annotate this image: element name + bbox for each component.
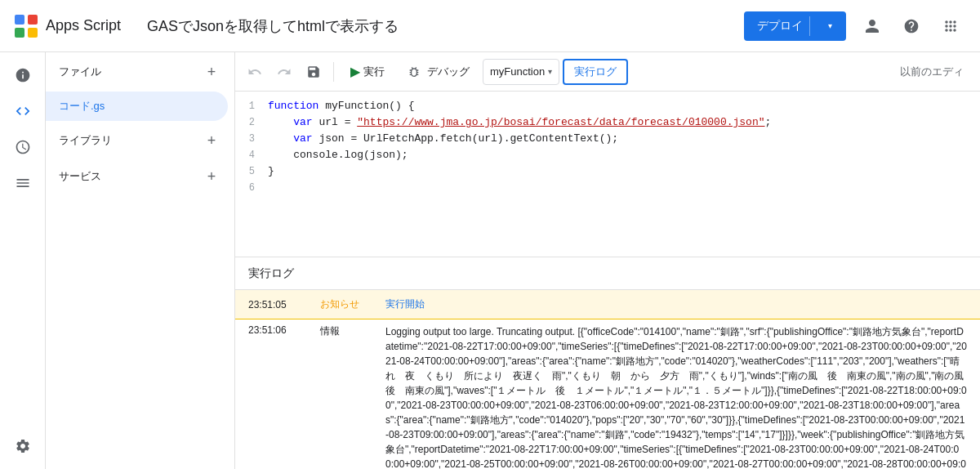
line-content-2: var url = "https://www.jma.go.jp/bosai/f… [268, 114, 980, 131]
svg-rect-3 [28, 28, 38, 38]
deploy-divider [809, 16, 810, 36]
exec-log-panel: 実行ログ 23:51:05 お知らせ 実行開始 23:51:06 情報 Logg… [235, 257, 980, 469]
exec-log-row-highlight: 23:51:05 お知らせ 実行開始 [235, 290, 980, 319]
project-title: GASでJsonを取得してhtmlで表示する [147, 16, 399, 36]
google-logo-icon [13, 13, 39, 39]
svg-rect-2 [15, 28, 24, 38]
line-num-1: 1 [235, 98, 268, 114]
sidebar-executions-button[interactable] [7, 167, 39, 199]
deploy-label: デプロイ [757, 19, 803, 34]
deploy-arrow-icon[interactable]: ▾ [817, 13, 843, 39]
line-num-3: 3 [235, 131, 268, 147]
header-icons [856, 10, 967, 42]
undo-icon [247, 65, 262, 79]
prev-editor-button[interactable]: 以前のエディ [890, 59, 973, 85]
debug-button[interactable]: デバッグ [398, 59, 479, 85]
line-num-5: 5 [235, 163, 268, 180]
help-icon [903, 18, 920, 34]
redo-button[interactable] [271, 59, 297, 85]
debug-label: デバッグ [427, 65, 470, 79]
icon-sidebar [0, 52, 46, 469]
run-button[interactable]: ▶ 実行 [341, 59, 394, 85]
save-button[interactable] [301, 59, 327, 85]
executions-icon [15, 175, 31, 191]
deploy-button[interactable]: デプロイ ▾ [744, 11, 846, 41]
exec-log-title-text: 実行ログ [248, 266, 294, 281]
sidebar-triggers-button[interactable] [7, 131, 39, 163]
svg-rect-0 [15, 15, 24, 25]
run-label: 実行 [363, 65, 385, 79]
exec-log-row-2: 23:51:06 情報 Logging output too large. Tr… [235, 319, 980, 469]
log-type-1: お知らせ [320, 297, 366, 311]
account-icon [864, 18, 880, 34]
file-item-code-gs[interactable]: コード.gs [46, 92, 228, 121]
log-message-2: Logging output too large. Truncating out… [385, 324, 967, 469]
function-name: myFunction [490, 65, 545, 78]
save-icon [306, 65, 321, 79]
info-icon [15, 67, 31, 83]
line-content-3: var json = UrlFetchApp.fetch(url).getCon… [268, 131, 980, 147]
add-file-button[interactable]: + [202, 62, 221, 82]
file-panel: ファイル + コード.gs ライブラリ + サービス + [46, 52, 235, 469]
toolbar-separator-1 [333, 62, 334, 82]
logo-area: Apps Script [13, 13, 121, 39]
sidebar-info-button[interactable] [7, 59, 39, 92]
main-layout: ファイル + コード.gs ライブラリ + サービス + [0, 52, 980, 469]
files-label: ファイル [59, 65, 101, 79]
function-selector[interactable]: myFunction ▾ [483, 59, 559, 85]
undo-button[interactable] [242, 59, 268, 85]
code-editor[interactable]: 1 function myFunction() { 2 var url = "h… [235, 92, 980, 257]
help-button[interactable] [895, 10, 928, 42]
account-button[interactable] [856, 10, 889, 42]
exec-log-label: 実行ログ [574, 65, 617, 79]
code-icon [15, 103, 31, 119]
services-section-header: サービス + [46, 160, 234, 193]
exec-log-button[interactable]: 実行ログ [563, 59, 628, 85]
triggers-icon [15, 139, 31, 155]
log-time-2: 23:51:06 [248, 324, 301, 336]
code-line-1: 1 function myFunction() { [235, 98, 980, 114]
grid-button[interactable] [934, 10, 967, 42]
editor-area: ▶ 実行 デバッグ myFunction ▾ 実行ログ 以前のエディ [235, 52, 980, 469]
grid-icon [942, 18, 959, 34]
code-line-4: 4 console.log(json); [235, 147, 980, 163]
line-num-6: 6 [235, 180, 268, 196]
files-section-header: ファイル + [46, 52, 234, 92]
redo-icon [277, 65, 292, 79]
code-line-2: 2 var url = "https://www.jma.go.jp/bosai… [235, 114, 980, 131]
function-dropdown-icon: ▾ [548, 67, 552, 76]
add-service-button[interactable]: + [202, 167, 221, 186]
line-content-4: console.log(json); [268, 147, 980, 163]
svg-rect-1 [28, 15, 38, 25]
sidebar-code-button[interactable] [7, 95, 39, 127]
debug-icon [408, 65, 421, 78]
code-line-5: 5 } [235, 163, 980, 180]
exec-log-content[interactable]: 23:51:05 お知らせ 実行開始 23:51:06 情報 Logging o… [235, 290, 980, 469]
log-message-1: 実行開始 [385, 297, 425, 311]
sidebar-settings-button[interactable] [7, 430, 39, 462]
log-type-2: 情報 [320, 324, 366, 338]
log-time-1: 23:51:05 [248, 299, 301, 310]
file-name: コード.gs [59, 99, 105, 114]
line-content-6 [268, 180, 980, 196]
toolbar: ▶ 実行 デバッグ myFunction ▾ 実行ログ 以前のエディ [235, 52, 980, 92]
top-header: Apps Script GASでJsonを取得してhtmlで表示する デプロイ … [0, 0, 980, 52]
libraries-label: ライブラリ [59, 133, 112, 148]
add-library-button[interactable]: + [202, 131, 221, 150]
line-content-1: function myFunction() { [268, 98, 980, 114]
line-num-2: 2 [235, 114, 268, 131]
line-content-5: } [268, 163, 980, 180]
exec-log-title: 実行ログ [235, 257, 980, 290]
code-line-3: 3 var json = UrlFetchApp.fetch(url).getC… [235, 131, 980, 147]
code-line-6: 6 [235, 180, 980, 196]
run-icon: ▶ [350, 64, 360, 79]
line-num-4: 4 [235, 147, 268, 163]
settings-icon [15, 438, 31, 454]
prev-editor-label: 以前のエディ [900, 65, 964, 78]
app-title: Apps Script [46, 17, 121, 34]
services-label: サービス [59, 169, 101, 184]
libraries-section-header: ライブラリ + [46, 124, 234, 157]
